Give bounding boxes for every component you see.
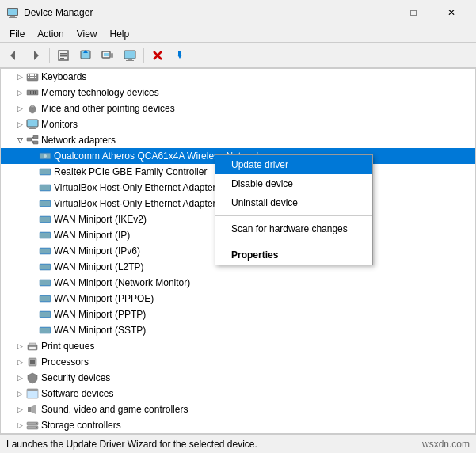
svg-rect-2: [10, 16, 15, 17]
app-icon: [6, 6, 19, 19]
tree-item-system[interactable]: ▷ System devices: [1, 433, 475, 434]
svg-rect-31: [29, 91, 29, 94]
expand-print[interactable]: ▷: [13, 340, 26, 352]
tree-item-security[interactable]: ▷ Security devices: [1, 370, 475, 386]
svg-marker-20: [177, 55, 182, 59]
expand-monitors[interactable]: ▷: [13, 118, 26, 131]
svg-marker-5: [34, 51, 39, 60]
svg-rect-43: [33, 135, 38, 139]
realtek-label: Realtek PCIe GBE Family Controller: [54, 166, 207, 177]
tree-item-network-adapters[interactable]: ▽ Network adapters: [1, 132, 475, 148]
tree-item-wan-pptp[interactable]: WAN Miniport (PPTP): [1, 306, 475, 322]
wan-pppoe-icon: [39, 292, 51, 305]
context-menu-update-driver[interactable]: Update driver: [215, 155, 372, 174]
expand-memory[interactable]: ▷: [13, 86, 26, 99]
wan-pptp-icon: [39, 308, 51, 321]
svg-rect-63: [40, 265, 50, 269]
security-label: Security devices: [41, 372, 110, 383]
tree-item-keyboards[interactable]: ▷ Keyboards: [1, 69, 475, 85]
minimize-button[interactable]: —: [357, 0, 394, 25]
svg-rect-25: [32, 74, 34, 76]
expand-software[interactable]: ▷: [13, 387, 26, 400]
svg-rect-24: [30, 74, 32, 76]
wan-ipv6-label: WAN Miniport (IPv6): [54, 246, 140, 257]
svg-rect-41: [29, 128, 36, 129]
tree-item-processors[interactable]: ▷ Processors: [1, 354, 475, 370]
app-title: Device Manager: [24, 7, 93, 18]
wan-ikev2-label: WAN Miniport (IKEv2): [54, 214, 147, 225]
tree-item-wan-pppoe[interactable]: WAN Miniport (PPPOE): [1, 291, 475, 306]
qualcomm-icon: [39, 150, 51, 162]
wan-ikev2-icon: [39, 213, 51, 226]
mice-label: Mice and other pointing devices: [41, 103, 175, 114]
svg-rect-1: [8, 9, 17, 15]
menu-file[interactable]: File: [3, 27, 31, 41]
menu-view[interactable]: View: [70, 27, 104, 41]
tree-item-monitors[interactable]: ▷ Monitors: [1, 116, 475, 132]
expand-processors[interactable]: ▷: [13, 356, 26, 368]
svg-rect-67: [40, 296, 50, 301]
expand-network[interactable]: ▽: [13, 134, 26, 147]
device-tree[interactable]: ▷ Keyboards ▷ Memory technology devices …: [0, 68, 476, 434]
svg-rect-73: [29, 343, 36, 345]
update-driver-button[interactable]: [75, 45, 96, 66]
close-button[interactable]: ✕: [433, 0, 470, 25]
svg-rect-17: [126, 60, 134, 61]
tree-item-mice[interactable]: ▷ Mice and other pointing devices: [1, 101, 475, 116]
forward-button[interactable]: [25, 45, 46, 66]
expand-storage[interactable]: ▷: [13, 419, 26, 432]
expand-mice[interactable]: ▷: [13, 102, 26, 115]
sound-label: Sound, video and game controllers: [41, 404, 188, 415]
wan-ip-icon: [39, 229, 51, 242]
monitors-icon: [26, 118, 39, 131]
tree-item-storage[interactable]: ▷ Storage controllers: [1, 417, 475, 433]
expand-security[interactable]: ▷: [13, 371, 26, 384]
virtualbox2-icon: [39, 197, 51, 210]
svg-rect-69: [40, 312, 50, 317]
wan-sstp-label: WAN Miniport (SSTP): [54, 325, 146, 336]
context-menu-scan-hardware[interactable]: Scan for hardware changes: [215, 219, 372, 238]
maximize-button[interactable]: □: [395, 0, 432, 25]
svg-rect-33: [32, 91, 32, 94]
tree-item-wan-sstp[interactable]: WAN Miniport (SSTP): [1, 322, 475, 338]
menu-action[interactable]: Action: [31, 27, 70, 41]
wan-l2tp-icon: [39, 261, 51, 273]
tree-item-software[interactable]: ▷ Software devices: [1, 386, 475, 402]
svg-rect-74: [29, 347, 36, 349]
svg-rect-9: [60, 58, 64, 59]
tree-item-wan-netmon[interactable]: WAN Miniport (Network Monitor): [1, 275, 475, 291]
tree-item-memory[interactable]: ▷ Memory technology devices: [1, 85, 475, 101]
title-bar-controls: — □ ✕: [357, 0, 470, 25]
tree-item-sound[interactable]: ▷ Sound, video and game controllers: [1, 402, 475, 417]
svg-rect-21: [178, 51, 181, 55]
realtek-icon: [39, 166, 51, 178]
expand-keyboards[interactable]: ▷: [13, 70, 26, 83]
tree-item-print-queues[interactable]: ▷ Print queues: [1, 338, 475, 354]
software-icon: [26, 387, 39, 400]
uninstall-button[interactable]: [147, 45, 168, 66]
properties-button[interactable]: [53, 45, 74, 66]
wan-netmon-icon: [39, 276, 51, 289]
expand-sound[interactable]: ▷: [13, 403, 26, 416]
svg-rect-53: [40, 185, 50, 190]
context-menu-uninstall-device[interactable]: Uninstall device: [215, 193, 372, 212]
svg-rect-57: [40, 217, 50, 222]
sound-icon: [26, 403, 39, 416]
memory-label: Memory technology devices: [41, 87, 159, 98]
svg-rect-42: [27, 138, 32, 141]
memory-icon: [26, 86, 39, 99]
context-menu-disable-device[interactable]: Disable device: [215, 174, 372, 193]
print-queues-label: Print queues: [41, 341, 94, 352]
svg-rect-51: [40, 169, 50, 174]
back-button[interactable]: [3, 45, 24, 66]
wan-pppoe-label: WAN Miniport (PPPOE): [54, 293, 154, 304]
menu-help[interactable]: Help: [104, 27, 136, 41]
print-icon: [26, 340, 39, 352]
device-manager-button[interactable]: [120, 45, 140, 66]
processors-label: Processors: [41, 356, 89, 367]
context-menu-properties[interactable]: Properties: [215, 246, 372, 265]
rollback-button[interactable]: [169, 45, 190, 66]
svg-rect-7: [60, 53, 67, 55]
scan-hardware-button[interactable]: [97, 45, 118, 66]
title-bar: Device Manager — □ ✕: [0, 0, 476, 25]
